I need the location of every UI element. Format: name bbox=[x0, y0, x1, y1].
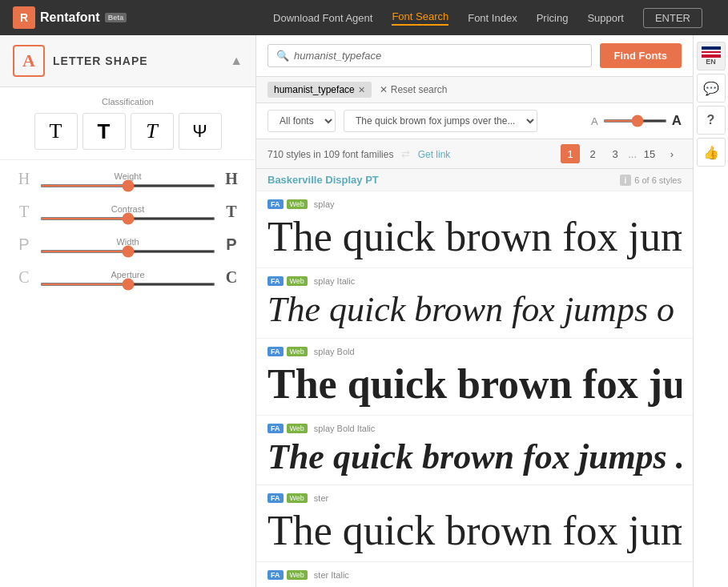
sidebar-header: A LETTER SHAPE ▲ bbox=[0, 35, 255, 87]
font-entry-2: FA Web splay Italic The quick brown fox … bbox=[256, 268, 693, 338]
lang-label: EN bbox=[706, 58, 716, 66]
like-button[interactable]: 👍 bbox=[697, 138, 726, 167]
search-input-wrap: 🔍 bbox=[267, 44, 592, 67]
web-badge-3: Web bbox=[287, 347, 308, 356]
enter-button[interactable]: ENTER bbox=[643, 8, 702, 28]
font-tags-3: FA Web splay Bold bbox=[267, 347, 682, 356]
main-layout: A LETTER SHAPE ▲ Classification T T T Ψ … bbox=[0, 35, 728, 587]
weight-right-label: H bbox=[223, 170, 239, 188]
search-input[interactable] bbox=[294, 50, 583, 62]
font-size-slider[interactable] bbox=[603, 119, 667, 123]
thumbs-up-icon: 👍 bbox=[703, 145, 719, 160]
logo-text: Rentafont bbox=[40, 10, 100, 25]
weight-slider[interactable] bbox=[40, 184, 215, 187]
logo-icon: R bbox=[13, 6, 35, 29]
font-preview-2: The quick brown fox jumps o bbox=[267, 291, 682, 329]
aperture-slider-row: C Aperture C bbox=[16, 268, 239, 287]
all-fonts-select[interactable]: All fonts bbox=[267, 110, 336, 132]
width-slider-row: P Width P bbox=[16, 235, 239, 254]
web-badge-4: Web bbox=[287, 424, 308, 433]
search-bar: 🔍 Find Fonts bbox=[256, 35, 693, 77]
font-tags-5: FA Web ster bbox=[267, 493, 682, 503]
width-slider-container: Width bbox=[40, 237, 215, 253]
page-dots: ... bbox=[628, 148, 637, 160]
style-name-5: ster bbox=[314, 493, 328, 503]
flag-icon bbox=[702, 46, 721, 58]
web-badge-1: Web bbox=[287, 199, 308, 209]
filter-bar: All fonts The quick brown fox jumps over… bbox=[256, 103, 693, 139]
font-entry-1: FA Web splay The quick brown fox jum bbox=[256, 191, 693, 268]
sidebar-title-area: A LETTER SHAPE bbox=[13, 45, 148, 77]
page-2[interactable]: 2 bbox=[583, 144, 602, 163]
weight-left-label: H bbox=[16, 170, 32, 188]
contrast-left-label: T bbox=[16, 203, 32, 221]
page-15[interactable]: 15 bbox=[640, 144, 659, 163]
fa-badge-4: FA bbox=[267, 424, 284, 433]
letter-icon: A bbox=[13, 45, 45, 77]
fa-badge-1: FA bbox=[267, 199, 284, 209]
style-name-2: splay Italic bbox=[314, 276, 355, 286]
contrast-slider-row: T Contrast T bbox=[16, 203, 239, 221]
font-entry-4: FA Web splay Bold Italic The quick brown… bbox=[256, 416, 693, 485]
chat-button[interactable]: 💬 bbox=[697, 74, 726, 103]
help-icon: ? bbox=[707, 113, 715, 127]
font-preview-5: The quick brown fox jump bbox=[267, 508, 682, 553]
aperture-right-label: C bbox=[223, 268, 239, 287]
tag-remove-button[interactable]: ✕ bbox=[358, 85, 365, 95]
language-button[interactable]: EN bbox=[697, 42, 726, 70]
find-fonts-button[interactable]: Find Fonts bbox=[600, 43, 682, 68]
font-style-grid: T T T Ψ bbox=[13, 113, 243, 150]
web-badge-2: Web bbox=[287, 276, 308, 286]
search-icon: 🔍 bbox=[276, 50, 289, 62]
font-preview-1: The quick brown fox jum bbox=[267, 214, 682, 259]
right-sidebar: EN 💬 ? 👍 bbox=[693, 35, 728, 587]
contrast-right-label: T bbox=[223, 203, 239, 221]
get-link[interactable]: Get link bbox=[418, 149, 451, 160]
active-tags: humanist_typeface ✕ ✕ Reset search bbox=[256, 77, 693, 103]
font-style-serif[interactable]: T bbox=[34, 113, 78, 150]
nav-support[interactable]: Support bbox=[587, 12, 624, 24]
fa-badge-5: FA bbox=[267, 493, 284, 503]
font-results: Baskerville Display PT i 6 of 6 styles F… bbox=[256, 169, 693, 587]
web-badge-6: Web bbox=[287, 570, 308, 580]
font-preview-3: The quick brown fox jun bbox=[267, 361, 682, 407]
width-left-label: P bbox=[16, 235, 32, 254]
aperture-slider[interactable] bbox=[40, 283, 215, 286]
pagination: 1 2 3 ... 15 › bbox=[561, 144, 682, 163]
collapse-button[interactable]: ▲ bbox=[230, 54, 243, 68]
aperture-slider-container: Aperture bbox=[40, 270, 215, 286]
aperture-left-label: C bbox=[16, 268, 32, 287]
page-next[interactable]: › bbox=[662, 144, 682, 163]
help-button[interactable]: ? bbox=[697, 106, 726, 135]
chat-icon: 💬 bbox=[703, 81, 719, 96]
size-small-label: A bbox=[591, 115, 598, 127]
nav-pricing[interactable]: Pricing bbox=[537, 12, 569, 24]
nav-font-index[interactable]: Font Index bbox=[468, 12, 517, 24]
font-name[interactable]: Baskerville Display PT bbox=[267, 174, 379, 186]
font-style-symbol[interactable]: Ψ bbox=[179, 113, 222, 150]
width-slider[interactable] bbox=[40, 250, 215, 253]
reset-search-link[interactable]: ✕ Reset search bbox=[380, 84, 448, 95]
preview-text-select[interactable]: The quick brown fox jumps over the... bbox=[344, 110, 537, 132]
nav-links: Download Font Agent Font Search Font Ind… bbox=[273, 8, 702, 28]
font-tags-6: FA Web ster Italic bbox=[267, 570, 682, 580]
contrast-slider[interactable] bbox=[40, 217, 215, 220]
fa-badge-6: FA bbox=[267, 570, 284, 580]
nav-download[interactable]: Download Font Agent bbox=[273, 12, 372, 24]
nav-font-search[interactable]: Font Search bbox=[392, 10, 448, 26]
styles-count: i 6 of 6 styles bbox=[620, 175, 682, 186]
content-area: 🔍 Find Fonts humanist_typeface ✕ ✕ Reset… bbox=[256, 35, 693, 587]
style-name-6: ster Italic bbox=[314, 570, 349, 580]
font-style-sans[interactable]: T bbox=[82, 113, 126, 150]
font-entry-6: FA Web ster Italic The quick brown fox j… bbox=[256, 562, 693, 587]
active-tag: humanist_typeface ✕ bbox=[267, 82, 372, 98]
font-entry-5: FA Web ster The quick brown fox jump bbox=[256, 485, 693, 562]
weight-slider-container: Weight bbox=[40, 171, 215, 187]
sidebar: A LETTER SHAPE ▲ Classification T T T Ψ … bbox=[0, 35, 256, 587]
font-tags-2: FA Web splay Italic bbox=[267, 276, 682, 286]
font-style-script[interactable]: T bbox=[131, 113, 174, 150]
page-1[interactable]: 1 bbox=[561, 144, 580, 163]
width-right-label: P bbox=[223, 235, 239, 254]
page-3[interactable]: 3 bbox=[605, 144, 625, 163]
fa-badge-3: FA bbox=[267, 347, 284, 356]
